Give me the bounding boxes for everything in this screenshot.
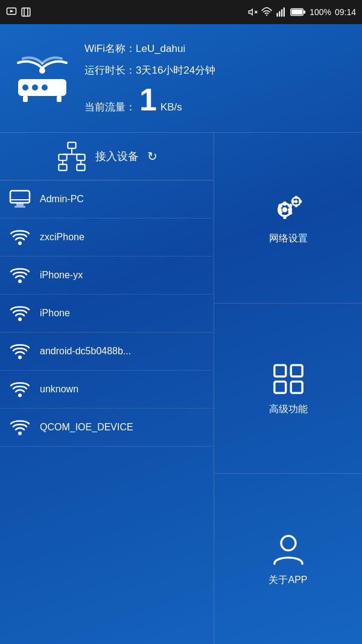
svg-marker-1 — [10, 10, 14, 13]
svg-point-19 — [32, 84, 38, 91]
svg-rect-61 — [291, 381, 302, 393]
svg-rect-10 — [279, 11, 280, 17]
device-list-item[interactable]: iPhone-yx — [0, 257, 214, 295]
router-info: WiFi名称：LeU_dahui 运行时长：3天16小时24分钟 当前流量： 1… — [84, 41, 350, 115]
svg-point-62 — [281, 536, 296, 550]
svg-rect-56 — [291, 200, 294, 203]
device-icon — [8, 378, 31, 401]
router-icon — [12, 50, 72, 107]
device-name: android-dc5b0488b... — [40, 346, 131, 357]
signal-icon — [276, 7, 287, 18]
status-right-icons: 100% 09:14 — [248, 7, 356, 18]
uptime: 运行时长：3天16小时24分钟 — [84, 63, 350, 78]
svg-rect-34 — [16, 203, 24, 206]
svg-point-40 — [18, 394, 22, 397]
device-name: iPhone — [40, 308, 70, 319]
main-content: WiFi名称：LeU_dahui 运行时长：3天16小时24分钟 当前流量： 1… — [0, 24, 362, 644]
top-panel: WiFi名称：LeU_dahui 运行时长：3天16小时24分钟 当前流量： 1… — [0, 24, 362, 133]
svg-marker-5 — [249, 9, 252, 14]
device-list-item[interactable]: unknown — [0, 371, 214, 409]
svg-rect-14 — [291, 10, 302, 14]
advanced-features-label: 高级功能 — [269, 403, 308, 416]
flow-label: 当前流量： — [84, 100, 136, 114]
screen-record-icon — [6, 7, 17, 18]
network-settings-label: 网络设置 — [269, 232, 308, 245]
device-icon — [8, 340, 31, 363]
svg-rect-12 — [284, 8, 285, 17]
device-name: zxciPhone — [40, 232, 84, 243]
about-app-button[interactable]: 关于APP — [214, 474, 362, 644]
svg-point-39 — [18, 355, 22, 359]
svg-rect-35 — [14, 206, 25, 208]
flow-number: 1 — [139, 84, 157, 115]
battery-icon — [290, 8, 306, 16]
svg-point-53 — [294, 200, 297, 203]
svg-rect-45 — [283, 215, 286, 219]
device-list-item[interactable]: QCOM_IOE_DEVICE — [0, 409, 214, 447]
right-panel: 网络设置 高级功能 关于APP — [214, 133, 362, 644]
network-tree-icon — [57, 141, 87, 171]
device-list-item[interactable]: android-dc5b0488b... — [0, 333, 214, 371]
device-name: Admin-PC — [40, 194, 84, 205]
svg-rect-27 — [77, 155, 84, 161]
bottom-section: 接入设备 ↻ Admin-PC zxciPhone — [0, 133, 362, 644]
left-panel: 接入设备 ↻ Admin-PC zxciPhone — [0, 133, 214, 644]
refresh-icon[interactable]: ↻ — [147, 149, 157, 164]
svg-point-36 — [18, 241, 22, 245]
time: 09:14 — [335, 7, 356, 17]
grid-icon — [270, 361, 306, 397]
flow-unit: KB/s — [160, 101, 182, 113]
svg-point-8 — [266, 14, 267, 16]
svg-rect-54 — [294, 196, 297, 199]
svg-point-38 — [18, 317, 22, 321]
svg-rect-30 — [59, 164, 66, 170]
svg-point-20 — [42, 84, 48, 91]
svg-rect-55 — [294, 204, 297, 207]
devices-header: 接入设备 ↻ — [0, 133, 214, 180]
battery-percent: 100% — [310, 7, 331, 17]
svg-rect-22 — [57, 96, 62, 102]
device-name: QCOM_IOE_DEVICE — [40, 422, 133, 433]
svg-rect-32 — [10, 191, 30, 203]
svg-rect-23 — [68, 142, 75, 148]
mute-icon — [248, 7, 258, 17]
svg-point-37 — [18, 279, 22, 283]
svg-rect-21 — [23, 96, 28, 102]
wifi-icon — [261, 7, 272, 18]
svg-rect-15 — [303, 10, 305, 14]
wifi-name: WiFi名称：LeU_dahui — [84, 41, 350, 57]
device-list: Admin-PC zxciPhone iPhone-yx — [0, 180, 214, 447]
svg-rect-44 — [283, 202, 286, 206]
device-name: unknown — [40, 384, 78, 395]
device-icon — [8, 264, 31, 287]
device-icon — [8, 416, 31, 439]
svg-rect-59 — [291, 365, 302, 377]
about-app-label: 关于APP — [268, 574, 307, 587]
device-list-item[interactable]: iPhone — [0, 295, 214, 333]
device-list-item[interactable]: zxciPhone — [0, 218, 214, 257]
svg-rect-2 — [22, 8, 30, 16]
svg-point-18 — [22, 84, 28, 91]
svg-rect-58 — [274, 365, 285, 377]
devices-title: 接入设备 — [95, 149, 139, 164]
svg-point-16 — [39, 68, 45, 74]
device-icon — [8, 302, 31, 325]
person-icon — [270, 532, 306, 568]
svg-point-43 — [282, 208, 287, 213]
svg-rect-31 — [77, 164, 84, 170]
screenshot-icon — [21, 7, 31, 18]
svg-rect-60 — [274, 381, 285, 393]
svg-point-41 — [18, 432, 22, 435]
device-list-item[interactable]: Admin-PC — [0, 180, 214, 218]
svg-rect-57 — [299, 200, 302, 203]
device-icon — [8, 226, 31, 249]
status-left-icons — [6, 7, 31, 18]
device-icon — [8, 188, 31, 211]
advanced-features-button[interactable]: 高级功能 — [214, 304, 362, 474]
svg-rect-11 — [281, 10, 282, 17]
network-settings-button[interactable]: 网络设置 — [214, 133, 362, 304]
svg-rect-26 — [59, 155, 66, 161]
device-name: iPhone-yx — [40, 270, 83, 281]
settings-gear-icon — [270, 190, 306, 226]
status-bar: 100% 09:14 — [0, 0, 362, 24]
